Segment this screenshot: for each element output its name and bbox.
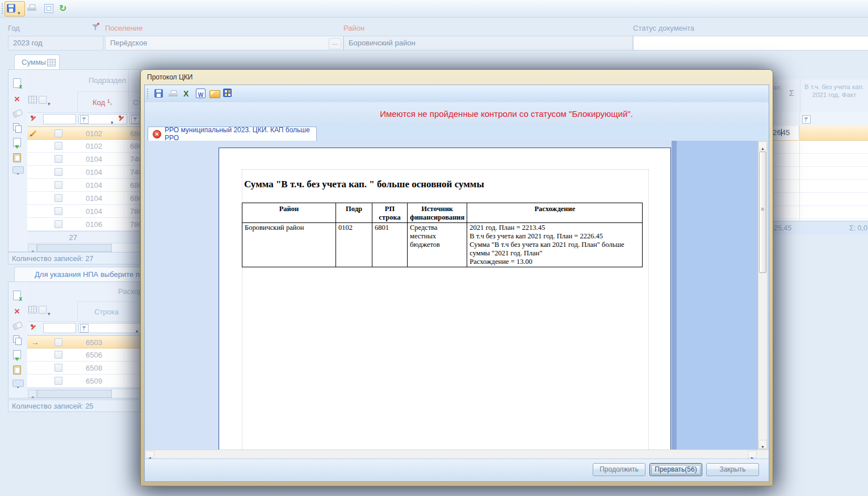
table-row[interactable]: 6503 [27,335,140,348]
filter-funnel-icon[interactable] [92,24,99,31]
cell-line[interactable]: 6503 [86,338,102,347]
report-vscrollbar[interactable] [758,141,768,449]
cell-line[interactable]: 740 [130,155,140,163]
select-dropdown-icon[interactable] [48,98,51,108]
select-all-checkbox[interactable] [39,306,47,314]
cell-line[interactable]: 780 [130,207,140,216]
copy-icon[interactable] [13,335,19,343]
row-checkbox[interactable] [54,338,62,346]
scroll-thumb[interactable] [37,390,112,398]
sigma-icon[interactable]: Σ [789,89,794,98]
table-row[interactable]: 0102 680 [27,140,140,153]
cell-line[interactable]: 6509 [86,377,102,385]
paste-icon[interactable] [13,153,21,162]
cell-line[interactable]: 6506 [86,351,102,359]
clear-icon[interactable] [12,321,23,330]
table-row[interactable] [768,205,868,219]
filter-input[interactable] [43,114,76,124]
table-row[interactable]: 0106 780 [27,218,140,231]
table-row[interactable] [768,166,868,180]
grid-menu-icon[interactable] [28,306,37,313]
delete-row-icon[interactable] [14,306,24,317]
scroll-left-icon[interactable] [145,451,154,458]
print-icon[interactable] [169,90,180,100]
table-row[interactable]: 0104 740 [27,153,140,166]
import-icon[interactable] [13,350,21,359]
row-checkbox[interactable] [54,364,62,372]
cell-line[interactable]: 680 [130,194,140,203]
row-checkbox[interactable] [54,207,62,215]
table-row[interactable] [768,179,868,193]
import-icon[interactable] [13,138,21,147]
col-fact-2021[interactable]: В т.ч. без учета кап. 2021 год. Факт [800,79,868,112]
row-checkbox[interactable] [54,181,62,189]
save-dropdown-icon[interactable] [18,7,20,17]
cell-line[interactable]: 680 [130,181,140,190]
cell-line[interactable]: 680 [130,129,140,138]
row-checkbox[interactable] [54,142,62,150]
scroll-thumb[interactable] [37,244,112,252]
settlement-field[interactable]: Перёдское ... [105,36,343,51]
table-row[interactable]: 22645 [768,126,868,141]
table-row[interactable] [768,140,868,154]
year-field[interactable]: 2023 год [8,36,103,51]
refresh-icon[interactable] [59,3,66,14]
collapse-toolbar-button[interactable] [12,166,24,174]
highlighted-cell[interactable] [800,126,868,140]
filter-input[interactable] [43,323,76,333]
cell-line[interactable]: 680 [130,142,140,150]
select-all-checkbox[interactable] [39,96,47,104]
cell-code[interactable]: 0106 [86,220,102,229]
filter-type-icon[interactable] [802,115,811,124]
table-row[interactable]: 0104 740 [27,166,140,179]
grid1-hscrollbar[interactable] [27,243,140,252]
save-icon[interactable] [154,89,165,99]
table-row[interactable] [768,153,868,167]
table-row[interactable]: 0104 680 [27,192,140,205]
save-button[interactable] [5,1,25,16]
table-row[interactable]: 6506 [27,348,140,362]
tab-sums[interactable]: Суммы [14,54,60,69]
row-checkbox[interactable] [54,220,62,228]
grid-view-icon[interactable] [223,89,232,97]
cell-code[interactable]: 0104 [86,155,102,163]
print-icon[interactable] [27,5,36,12]
filter-input-code[interactable] [78,114,127,124]
table-row[interactable]: 6508 [27,362,140,375]
settlement-lookup-button[interactable]: ... [329,38,341,49]
cell-code[interactable]: 0104 [86,207,102,216]
continue-button[interactable]: Продолжить [593,463,645,476]
col-group-subsection[interactable]: Подраздел [89,76,126,85]
fit-window-icon[interactable] [44,4,53,13]
cell-line[interactable]: 740 [130,168,140,176]
cell-code[interactable]: 0104 [86,194,102,203]
delete-row-icon[interactable] [14,94,24,104]
toolbar-grip[interactable] [147,89,148,99]
cell-code[interactable]: 0102 [86,129,102,138]
cell-line[interactable]: 6508 [86,364,102,372]
col-code[interactable]: Код 1 [93,98,112,107]
row-checkbox[interactable] [54,351,62,359]
cell-code[interactable]: 0104 [86,168,102,176]
cell-code[interactable]: 0104 [86,181,102,190]
pin-icon[interactable] [31,325,36,331]
table-row[interactable] [768,192,868,206]
filter-type-icon[interactable] [80,115,89,124]
row-checkbox[interactable] [54,129,62,137]
report-hscrollbar[interactable] [145,449,769,459]
scroll-thumb[interactable] [759,152,766,273]
grid-menu-icon[interactable] [28,96,37,103]
scroll-left-icon[interactable] [28,244,37,252]
scroll-right-icon[interactable] [748,451,757,458]
pin-icon[interactable] [119,116,124,123]
filter-type-icon[interactable] [131,115,140,124]
export-excel-icon[interactable] [13,291,21,300]
clear-icon[interactable] [12,109,23,118]
close-button[interactable]: Закрыть [706,463,759,476]
filter-dropdown-icon[interactable] [111,116,114,127]
col-line[interactable]: Строка [94,308,119,316]
scroll-left-icon[interactable] [28,390,37,398]
cell-line[interactable]: 780 [130,220,140,229]
grid2-hscrollbar[interactable] [27,389,140,398]
export-excel-icon[interactable] [183,89,195,99]
